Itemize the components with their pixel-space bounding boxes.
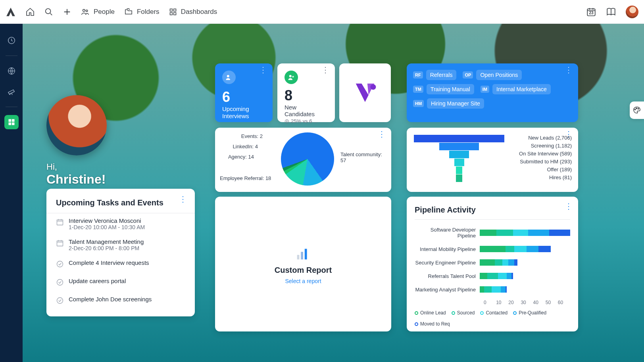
funnel-stage-label: New Leads (2,706) (528, 135, 572, 141)
bar-segment (496, 230, 513, 236)
nav-folders[interactable]: Folders (124, 8, 160, 16)
svg-point-26 (634, 109, 635, 110)
legend-item: Moved to Req (415, 321, 450, 327)
candidates-label: New Candidates (285, 104, 328, 117)
report-title: Custom Report (275, 266, 332, 275)
svg-rect-13 (12, 123, 14, 125)
svg-rect-4 (173, 9, 176, 11)
task-subtitle: 1-Dec-20 10:00 AM - 10:30 AM (69, 224, 145, 230)
funnel-stage (414, 135, 504, 142)
task-title: Complete John Doe screenings (69, 296, 152, 303)
svg-point-15 (289, 75, 292, 77)
task-item[interactable]: Interview Veronica Mosconi1-Dec-20 10:00… (46, 213, 195, 234)
interviews-icon (222, 71, 236, 84)
pipeline-bar (480, 246, 551, 252)
svg-point-22 (57, 298, 63, 304)
quicklink-im[interactable]: IMInternal Marketplace (481, 84, 551, 94)
card-new-candidates[interactable]: ⋮ 8 New Candidates 25% vs 6 ... (277, 63, 335, 122)
check-circle-icon (56, 297, 64, 306)
app-logo-icon[interactable] (6, 7, 16, 17)
rail-telescope-icon[interactable] (4, 84, 19, 99)
bar-segment (480, 246, 506, 252)
pie-slice-label: Employee Referral: 18 (220, 175, 235, 181)
card-menu-icon[interactable]: ⋮ (565, 69, 573, 71)
task-title: Interview Veronica Mosconi (69, 217, 145, 224)
task-item[interactable]: Talent Management Meeting2-Dec-20 6:00 P… (46, 234, 195, 255)
svg-point-21 (57, 280, 63, 285)
pipeline-bar (480, 273, 513, 279)
pipeline-bar (480, 286, 507, 293)
task-item[interactable]: Update careers portal (46, 274, 195, 292)
quicklink-label: Training Manual (427, 84, 474, 94)
card-menu-icon[interactable]: ⋮ (179, 198, 187, 200)
bar-segment (528, 230, 549, 236)
pipeline-row: Marketing Analyst Pipeline (415, 286, 570, 293)
card-funnel: ⋮ New Leads (2,706)Screening (1,182)On S… (407, 128, 578, 192)
svg-rect-19 (57, 241, 63, 246)
nav-dashboards[interactable]: Dashboards (169, 8, 217, 16)
axis-tick: 50 (546, 300, 558, 305)
quicklink-op[interactable]: OPOpen Positions (463, 70, 522, 80)
calendar-icon (56, 218, 64, 228)
nav-people[interactable]: People (81, 8, 115, 16)
legend-swatch (415, 322, 418, 326)
calendar-icon[interactable]: 23 (586, 7, 596, 17)
card-menu-icon[interactable]: ⋮ (259, 69, 267, 71)
card-tasks: ⋮ Upcoming Tasks and Events Interview Ve… (46, 189, 195, 316)
report-select-link[interactable]: Select a report (285, 278, 321, 284)
svg-rect-25 (305, 249, 307, 259)
topbar: People Folders Dashboards 23 (0, 0, 644, 24)
legend-swatch (513, 311, 517, 315)
legend-swatch (415, 311, 418, 315)
add-icon[interactable] (63, 8, 71, 16)
svg-rect-12 (8, 123, 11, 125)
quicklink-hm[interactable]: HMHiring Manager Site (413, 98, 484, 109)
quicklink-tag: RF (413, 71, 423, 79)
pipeline-row-label: Internal Mobility Pipeline (415, 246, 480, 252)
nav-folders-label: Folders (137, 8, 160, 16)
bar-segment (513, 230, 528, 236)
task-title: Update careers portal (69, 278, 126, 284)
legend-item: Pre-Qualified (513, 310, 546, 316)
bar-segment (480, 230, 496, 236)
card-upcoming-interviews[interactable]: ⋮ 6 Upcoming Interviews (215, 63, 273, 122)
svg-point-14 (227, 75, 229, 77)
avatar[interactable] (626, 6, 638, 18)
axis-tick: 40 (533, 300, 546, 305)
bar-segment (527, 246, 538, 252)
search-icon[interactable] (44, 8, 53, 16)
pipeline-row-label: Security Engineer Pipeline (415, 260, 480, 266)
funnel-stage (439, 143, 479, 150)
report-bar-icon (294, 244, 312, 262)
pipeline-row: Internal Mobility Pipeline (415, 246, 570, 252)
card-menu-icon[interactable]: ⋮ (321, 69, 329, 71)
user-avatar-large (46, 95, 107, 155)
home-icon[interactable] (25, 7, 35, 17)
theme-picker-button[interactable] (630, 102, 644, 119)
legend-item: Online Lead (415, 310, 446, 316)
axis-tick: 60 (558, 300, 570, 305)
quicklink-rf[interactable]: RFReferrals (413, 70, 456, 80)
svg-point-2 (86, 10, 87, 11)
rail-globe-icon[interactable] (4, 64, 19, 78)
card-menu-icon[interactable]: ⋮ (378, 133, 386, 135)
card-pipeline: ⋮ Pipeline Activity Software Developer P… (407, 197, 578, 331)
task-item[interactable]: Complete John Doe screenings (46, 292, 195, 310)
help-book-icon[interactable] (606, 7, 616, 17)
rail-dashboard-icon[interactable] (4, 115, 19, 129)
task-item[interactable]: Complete 4 Interview requests (46, 255, 195, 274)
pipeline-bar (480, 230, 570, 236)
quicklink-tag: OP (463, 71, 473, 79)
bar-segment (484, 286, 492, 293)
card-custom-report: Custom Report Select a report (215, 197, 391, 331)
rail-recent-icon[interactable] (4, 33, 19, 48)
card-menu-icon[interactable]: ⋮ (565, 205, 573, 207)
greeting-name: Christine! (46, 172, 107, 187)
calendar-icon (56, 239, 64, 249)
svg-point-20 (57, 261, 63, 267)
funnel-stage-label: On Site Interview (589) (519, 151, 572, 157)
card-brand-logo[interactable] (339, 63, 391, 122)
quicklink-tm[interactable]: TMTraining Manual (413, 84, 474, 94)
legend-swatch (480, 311, 484, 315)
bar-segment (502, 259, 508, 266)
